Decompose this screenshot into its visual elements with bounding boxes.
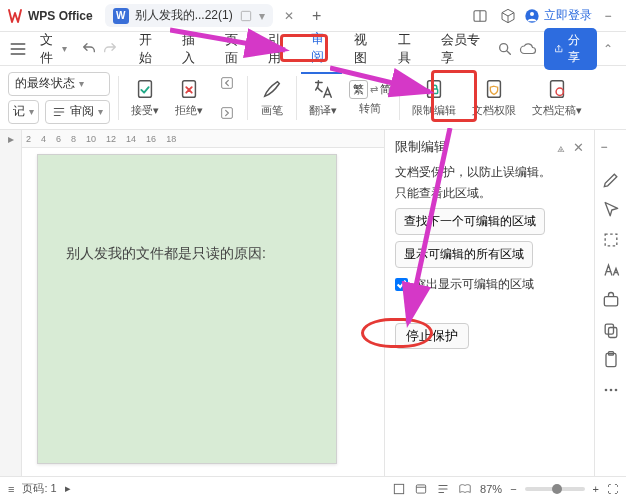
document-tab[interactable]: W 别人发我的...22(1) ▾ <box>105 4 273 27</box>
share-label: 分享 <box>568 32 587 66</box>
svg-rect-18 <box>605 324 613 334</box>
clipboard-icon[interactable] <box>601 350 621 370</box>
accept-button[interactable]: 接受▾ <box>127 77 163 118</box>
ruler-tick: 16 <box>146 134 156 144</box>
svg-rect-17 <box>604 297 617 306</box>
statusbar: ≡ 页码: 1 ▸ 87% − + ⛶ <box>0 476 626 500</box>
menu-file-label: 文件 <box>40 31 60 67</box>
app-name: WPS Office <box>28 9 93 23</box>
svg-line-6 <box>507 51 510 54</box>
ruler-tick: 18 <box>166 134 176 144</box>
redo-icon[interactable] <box>100 37 120 61</box>
tab-menu-icon[interactable] <box>239 9 253 23</box>
select-icon[interactable] <box>601 230 621 250</box>
panel-title: 限制编辑 <box>395 138 447 156</box>
rail-minimize-icon[interactable]: − <box>601 140 621 160</box>
zoom-in-icon[interactable]: + <box>593 483 599 495</box>
simplified-traditional-toggle[interactable]: 繁 ⇄ 简 <box>349 80 391 99</box>
doc-type-icon: W <box>113 8 129 24</box>
doc-title: 别人发我的...22(1) <box>135 7 233 24</box>
markup-state-dropdown[interactable]: 的最终状态 ▾ <box>8 72 110 96</box>
workspace: ▸ 2 4 6 8 10 12 14 16 18 别人发我的文件都是只读的原因:… <box>0 130 626 476</box>
find-next-region-button[interactable]: 查找下一个可编辑的区域 <box>395 208 545 235</box>
view-outline-icon[interactable] <box>436 482 450 496</box>
ruler[interactable]: 2 4 6 8 10 12 14 16 18 <box>22 130 384 148</box>
show-all-regions-button[interactable]: 显示可编辑的所有区域 <box>395 241 533 268</box>
restrict-editing-button[interactable]: 限制编辑 <box>408 77 460 118</box>
svg-rect-19 <box>608 328 616 338</box>
collapse-ribbon-icon[interactable]: ⌃ <box>599 37 619 61</box>
swap-icon: ⇄ <box>370 84 378 95</box>
view-print-icon[interactable] <box>392 482 406 496</box>
login-button[interactable]: 立即登录 <box>524 7 592 24</box>
svg-rect-10 <box>222 107 233 118</box>
cloud-icon[interactable] <box>519 37 539 61</box>
next-page-icon[interactable]: ▸ <box>65 482 71 495</box>
prev-change-icon[interactable] <box>215 71 239 95</box>
wps-icon <box>6 7 24 25</box>
outline-toggle-icon[interactable]: ▸ <box>0 130 21 146</box>
fan-label: 繁 <box>349 80 368 99</box>
hamburger-icon[interactable] <box>8 37 28 61</box>
package-icon[interactable] <box>496 4 520 28</box>
svg-point-24 <box>614 389 617 392</box>
aa-icon[interactable] <box>601 260 621 280</box>
toolbox-icon[interactable] <box>601 290 621 310</box>
svg-rect-7 <box>139 81 152 98</box>
stop-protection-button[interactable]: 停止保护 <box>395 323 469 349</box>
page-text: 别人发我的文件都是只读的原因: <box>66 245 266 261</box>
doc-shield-icon <box>483 78 505 100</box>
menubar: 文件 ▾ 开始 插入 页面 引用 审阅 视图 工具 会员专享 分享 ⌃ <box>0 32 626 66</box>
doc-x-icon <box>178 78 200 100</box>
doc-stamp-icon <box>546 78 568 100</box>
cursor-icon[interactable] <box>601 200 621 220</box>
document-area: 2 4 6 8 10 12 14 16 18 别人发我的文件都是只读的原因: <box>22 130 384 476</box>
chevron-down-icon: ▾ <box>62 43 67 54</box>
translate-button[interactable]: 翻译▾ <box>305 77 341 118</box>
pencil-icon[interactable] <box>601 170 621 190</box>
tab-close-button[interactable]: ✕ <box>277 4 301 28</box>
ribbon: 的最终状态 ▾ 记▾ 审阅▾ 接受▾ 拒绝▾ 画笔 翻译▾ <box>0 66 626 130</box>
svg-rect-26 <box>416 484 425 492</box>
svg-rect-9 <box>222 77 233 88</box>
svg-rect-12 <box>432 89 438 94</box>
close-icon[interactable]: ✕ <box>573 140 584 155</box>
panel-line2: 只能查看此区域。 <box>395 185 584 202</box>
view-read-icon[interactable] <box>458 482 472 496</box>
undo-icon[interactable] <box>79 37 99 61</box>
login-label: 立即登录 <box>544 7 592 24</box>
ruler-tick: 2 <box>26 134 31 144</box>
pin-icon[interactable]: ⟁ <box>557 140 565 155</box>
doc-final-button[interactable]: 文档定稿▾ <box>528 77 586 118</box>
highlight-checkbox-row[interactable]: 突出显示可编辑的区域 <box>395 276 584 293</box>
tab-dropdown-icon[interactable]: ▾ <box>259 9 265 23</box>
document-page[interactable]: 别人发我的文件都是只读的原因: <box>37 154 337 464</box>
statusbar-menu-icon[interactable]: ≡ <box>8 483 14 495</box>
window-split-icon[interactable] <box>468 4 492 28</box>
doc-permission-button[interactable]: 文档权限 <box>468 77 520 118</box>
view-web-icon[interactable] <box>414 482 428 496</box>
track-changes-dropdown[interactable]: 记▾ <box>8 100 39 124</box>
highlight-checkbox[interactable] <box>395 278 408 291</box>
more-icon[interactable] <box>601 380 621 400</box>
page-number[interactable]: 页码: 1 <box>22 481 56 496</box>
app-logo: WPS Office <box>6 7 93 25</box>
ruler-tick: 14 <box>126 134 136 144</box>
ink-brush-button[interactable]: 画笔 <box>256 77 288 118</box>
translate-icon <box>312 78 334 100</box>
reject-button[interactable]: 拒绝▾ <box>171 77 207 118</box>
window-minimize-icon[interactable]: − <box>596 4 620 28</box>
next-change-icon[interactable] <box>215 101 239 125</box>
doc-check-icon <box>134 78 156 100</box>
zoom-slider[interactable] <box>525 487 585 491</box>
fullscreen-icon[interactable]: ⛶ <box>607 483 618 495</box>
user-icon <box>524 8 540 24</box>
search-icon[interactable] <box>495 37 515 61</box>
markup-state-label: 的最终状态 <box>15 75 75 92</box>
share-button[interactable]: 分享 <box>544 28 597 70</box>
copy-icon[interactable] <box>601 320 621 340</box>
zoom-out-icon[interactable]: − <box>510 483 516 495</box>
review-pane-dropdown[interactable]: 审阅▾ <box>45 100 110 124</box>
zoom-level[interactable]: 87% <box>480 483 502 495</box>
svg-point-23 <box>609 389 612 392</box>
